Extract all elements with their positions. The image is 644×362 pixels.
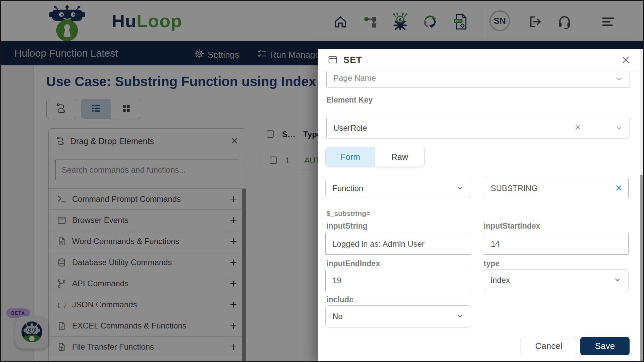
chevron-down-icon bbox=[456, 184, 465, 193]
page-scrollbar-thumb[interactable] bbox=[640, 175, 644, 362]
type-label: type bbox=[484, 259, 499, 268]
chevron-down-icon bbox=[456, 312, 465, 321]
include-label: include bbox=[326, 295, 354, 304]
element-key-select[interactable]: UserRole bbox=[326, 118, 630, 138]
set-modal: SET Page Name Element Key UserRole Form … bbox=[318, 49, 640, 362]
clear-function-icon[interactable] bbox=[615, 184, 623, 193]
input-end-index-value: 19 bbox=[332, 276, 341, 285]
page-name-placeholder: Page Name bbox=[333, 73, 376, 83]
type-value: index bbox=[491, 276, 510, 285]
form-tab[interactable]: Form bbox=[326, 147, 375, 167]
input-start-index-value: 14 bbox=[491, 239, 500, 249]
function-select[interactable]: Function bbox=[325, 179, 471, 198]
input-start-index-label: inputStartIndex bbox=[484, 222, 540, 231]
input-string-field[interactable]: Logged in as: Admin User bbox=[325, 233, 471, 255]
input-string-label: inputString bbox=[326, 222, 368, 231]
element-key-value: UserRole bbox=[333, 123, 367, 133]
type-select[interactable]: index bbox=[484, 269, 629, 291]
footer-divider bbox=[325, 335, 631, 335]
function-name-value: SUBSTRING bbox=[491, 184, 538, 193]
chevron-down-icon bbox=[615, 124, 624, 132]
expression-label: $_substring= bbox=[326, 209, 370, 218]
input-string-value: Logged in as: Admin User bbox=[332, 239, 425, 249]
function-select-value: Function bbox=[332, 184, 363, 193]
chevron-down-icon bbox=[613, 276, 622, 285]
function-name-field[interactable]: SUBSTRING bbox=[484, 179, 629, 198]
chevron-down-icon bbox=[615, 74, 624, 83]
app-window: HuLoop bbox=[0, 0, 644, 362]
input-end-index-label: inputEndIndex bbox=[326, 259, 380, 268]
clear-value-icon[interactable] bbox=[574, 123, 582, 133]
include-select[interactable]: No bbox=[325, 305, 471, 327]
raw-tab[interactable]: Raw bbox=[375, 147, 424, 167]
cancel-button[interactable]: Cancel bbox=[521, 337, 577, 355]
save-button[interactable]: Save bbox=[580, 337, 630, 355]
set-modal-title: SET bbox=[343, 55, 616, 65]
include-value: No bbox=[332, 312, 343, 321]
input-end-index-field[interactable]: 19 bbox=[325, 270, 471, 291]
set-modal-header: SET bbox=[318, 49, 640, 71]
form-raw-toggle: Form Raw bbox=[325, 147, 425, 167]
input-start-index-field[interactable]: 14 bbox=[484, 233, 629, 255]
close-modal-icon[interactable] bbox=[621, 55, 631, 66]
set-window-icon bbox=[327, 54, 338, 66]
element-key-label: Element Key bbox=[326, 96, 373, 105]
